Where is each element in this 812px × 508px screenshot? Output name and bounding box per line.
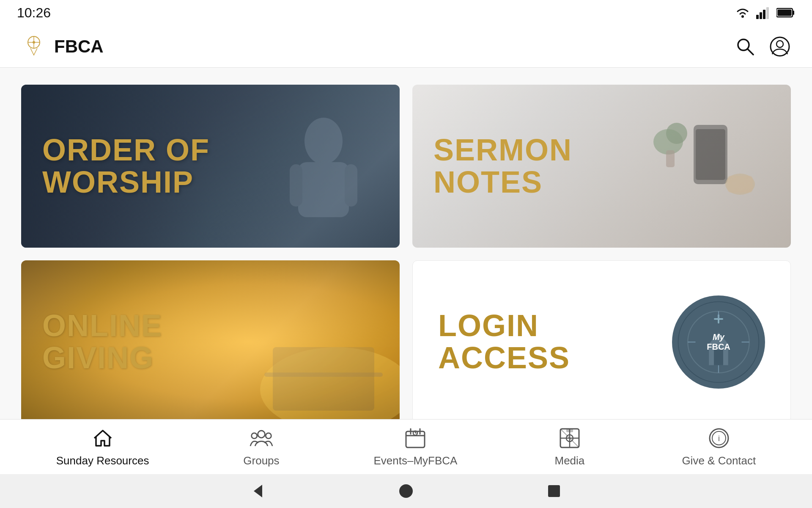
order-worship-label: ORDER OFWORSHIP <box>42 134 210 198</box>
sermon-notes-label: SERMONNOTES <box>433 134 572 198</box>
app-header: FBCA <box>0 25 812 68</box>
myfbca-logo: My FBCA <box>672 295 765 389</box>
back-icon <box>250 483 266 500</box>
nav-groups[interactable]: Groups <box>228 426 295 467</box>
recent-button[interactable] <box>543 480 565 502</box>
media-icon <box>559 427 581 449</box>
home-icon-container <box>91 426 115 450</box>
svg-rect-43 <box>406 431 425 447</box>
nav-groups-label: Groups <box>243 454 279 467</box>
card-text-order: ORDER OFWORSHIP <box>21 85 400 248</box>
back-button[interactable] <box>247 480 269 502</box>
app-title: FBCA <box>54 36 104 57</box>
search-button[interactable] <box>734 36 756 58</box>
give-icon: i <box>708 427 730 449</box>
bottom-nav: Sunday Resources Groups <box>0 419 812 474</box>
nav-media-label: Media <box>554 454 584 467</box>
status-icons <box>734 6 795 19</box>
fbca-logo <box>21 34 47 59</box>
nav-give-contact-label: Give & Contact <box>682 454 756 467</box>
search-icon <box>735 36 755 57</box>
svg-rect-2 <box>760 12 762 19</box>
home-icon <box>92 427 114 449</box>
svg-rect-4 <box>766 7 769 19</box>
sys-nav <box>0 474 812 508</box>
svg-point-11 <box>33 41 35 44</box>
svg-point-0 <box>741 15 744 18</box>
online-giving-label: ONLINEGIVING <box>42 310 162 374</box>
sermon-notes-card[interactable]: SERMONNOTES <box>412 85 791 248</box>
svg-rect-6 <box>793 11 794 15</box>
give-icon-container: i <box>707 426 731 450</box>
login-access-card[interactable]: LOGINACCESS My <box>412 260 791 423</box>
svg-text:My: My <box>713 332 725 342</box>
wifi-icon <box>734 6 751 19</box>
events-icon <box>404 427 426 449</box>
nav-sunday-resources[interactable]: Sunday Resources <box>56 426 149 467</box>
svg-rect-1 <box>756 15 759 19</box>
nav-sunday-resources-label: Sunday Resources <box>56 454 149 467</box>
card-text-sermon: SERMONNOTES <box>412 85 791 248</box>
svg-point-42 <box>266 433 271 439</box>
main-content: ORDER OFWORSHIP SERMONNOTES <box>0 68 812 440</box>
svg-line-13 <box>748 49 753 55</box>
order-of-worship-card[interactable]: ORDER OFWORSHIP <box>21 85 400 248</box>
svg-rect-61 <box>548 485 560 497</box>
svg-point-40 <box>258 431 265 438</box>
card-text-giving: ONLINEGIVING <box>21 260 400 423</box>
battery-icon <box>776 7 795 19</box>
header-left: FBCA <box>21 34 104 59</box>
recent-icon <box>546 483 562 499</box>
login-access-label: LOGINACCESS <box>438 310 570 374</box>
events-icon-container <box>403 426 427 450</box>
svg-point-60 <box>399 484 413 498</box>
svg-rect-3 <box>763 10 765 19</box>
status-bar: 10:26 <box>0 0 812 25</box>
account-button[interactable] <box>769 36 791 58</box>
online-giving-card[interactable]: ONLINEGIVING <box>21 260 400 423</box>
header-right <box>734 36 791 58</box>
account-icon <box>770 36 790 57</box>
svg-rect-55 <box>566 429 573 432</box>
svg-point-41 <box>252 433 257 439</box>
svg-text:i: i <box>718 434 720 443</box>
signal-icon <box>756 6 771 19</box>
svg-text:FBCA: FBCA <box>707 342 730 351</box>
nav-events-label: Events–MyFBCA <box>373 454 457 467</box>
nav-events-myfbca[interactable]: Events–MyFBCA <box>373 426 457 467</box>
home-button[interactable] <box>395 480 417 502</box>
groups-icon-container <box>250 426 273 450</box>
svg-rect-7 <box>778 10 792 16</box>
nav-media[interactable]: Media <box>536 426 604 467</box>
svg-point-15 <box>776 41 783 47</box>
groups-icon <box>250 427 273 449</box>
status-time: 10:26 <box>17 5 51 21</box>
svg-point-14 <box>771 37 789 56</box>
svg-marker-59 <box>254 485 262 497</box>
home-nav-icon <box>398 483 414 499</box>
svg-rect-37 <box>714 350 723 365</box>
nav-give-contact[interactable]: i Give & Contact <box>682 426 756 467</box>
media-icon-container <box>558 426 582 450</box>
